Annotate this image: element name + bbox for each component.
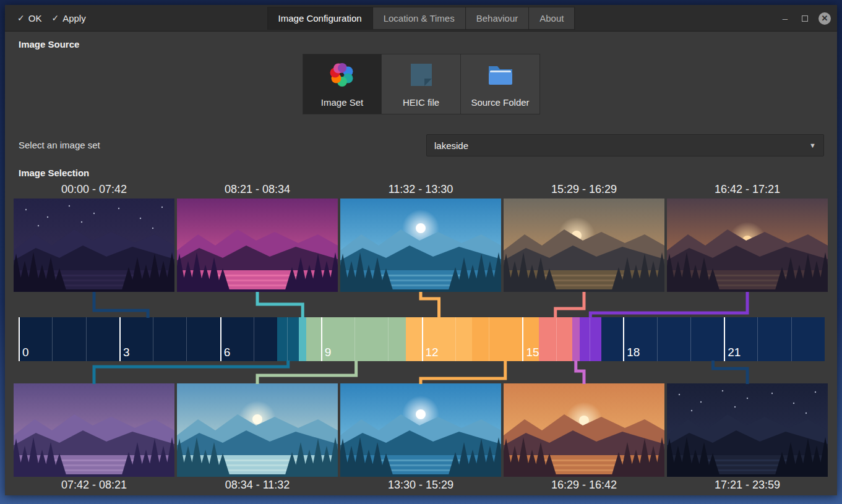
source-type-options: Image Set HEIC file Source Folder <box>303 54 540 114</box>
time-range-label: 16:42 - 17:21 <box>667 183 828 196</box>
segment-connector <box>556 292 584 318</box>
image-set-flower-icon <box>327 60 357 90</box>
source-folder-button[interactable]: Source Folder <box>461 54 540 114</box>
folder-icon <box>486 60 515 90</box>
hour-separator <box>354 317 355 361</box>
titlebar: ✓ OK ✓ Apply Image Configuration Locatio… <box>5 5 837 32</box>
timeline-segment <box>406 317 472 361</box>
tab-bar: Image Configuration Location & Times Beh… <box>267 7 575 30</box>
tab-image-configuration[interactable]: Image Configuration <box>267 7 373 30</box>
hour-tick <box>19 317 20 361</box>
hour-separator <box>455 317 456 361</box>
hour-separator <box>556 317 557 361</box>
hour-tick <box>422 317 423 361</box>
time-range-label: 00:00 - 07:42 <box>14 183 174 196</box>
image-set-label: Image Set <box>321 97 363 108</box>
wallpaper-thumbnail[interactable] <box>14 383 174 477</box>
segment-connector <box>94 361 288 384</box>
hour-separator <box>287 317 288 361</box>
hour-separator <box>757 317 758 361</box>
image-set-button[interactable]: Image Set <box>303 54 382 114</box>
segment-connector <box>713 361 747 384</box>
segment-connector <box>257 361 356 384</box>
time-range-label: 15:29 - 16:29 <box>504 183 664 196</box>
time-range-label: 08:21 - 08:34 <box>177 183 338 196</box>
hour-tick <box>623 317 624 361</box>
wallpaper-thumbnail[interactable] <box>340 383 501 477</box>
hour-separator <box>86 317 87 361</box>
hour-tick <box>724 317 725 361</box>
time-range-label: 11:32 - 13:30 <box>340 183 501 196</box>
time-range-label: 16:29 - 16:42 <box>504 479 664 492</box>
hour-tick-label: 9 <box>325 346 332 359</box>
heic-file-button[interactable]: HEIC file <box>382 54 461 114</box>
select-image-set-label: Select an image set <box>19 140 100 150</box>
hour-separator <box>791 317 792 361</box>
hour-separator <box>657 317 658 361</box>
window-controls: – ✕ <box>779 5 831 32</box>
apply-button-label: Apply <box>62 13 86 23</box>
segment-connector <box>257 292 303 318</box>
hour-separator <box>590 317 590 361</box>
maximize-icon[interactable] <box>799 12 811 25</box>
wallpaper-thumbnail[interactable] <box>340 199 501 292</box>
ok-button[interactable]: ✓ OK <box>12 9 46 27</box>
image-selection-heading: Image Selection <box>19 168 89 178</box>
timeline-bar: 036912151821 <box>19 317 825 361</box>
wallpaper-thumbnail[interactable] <box>504 383 664 477</box>
timeline-segment <box>299 317 306 361</box>
check-icon: ✓ <box>51 13 59 23</box>
hour-separator <box>153 317 153 361</box>
wallpaper-thumbnail[interactable] <box>177 199 338 292</box>
source-folder-label: Source Folder <box>471 97 529 108</box>
tab-location-times[interactable]: Location & Times <box>373 7 466 30</box>
check-icon: ✓ <box>17 13 25 23</box>
segment-connector <box>421 292 439 318</box>
wallpaper-thumbnail[interactable] <box>177 383 338 477</box>
segment-connector <box>421 361 505 384</box>
hour-tick-label: 12 <box>426 346 439 359</box>
timeline-segment <box>277 317 299 361</box>
hour-separator <box>52 317 53 361</box>
heic-file-icon <box>406 60 436 90</box>
hour-tick-label: 3 <box>123 346 130 359</box>
ok-button-label: OK <box>28 13 42 23</box>
close-icon[interactable]: ✕ <box>818 12 831 25</box>
timeline-segment <box>572 317 580 361</box>
apply-button[interactable]: ✓ Apply <box>46 9 90 27</box>
hour-tick-label: 21 <box>728 346 741 359</box>
wallpaper-thumbnail[interactable] <box>14 199 174 292</box>
image-set-dropdown-value: lakeside <box>434 140 468 151</box>
hour-separator <box>690 317 691 361</box>
app-window: ✓ OK ✓ Apply Image Configuration Locatio… <box>5 5 837 495</box>
minimize-icon[interactable]: – <box>779 12 791 25</box>
hour-tick-label: 18 <box>627 346 640 359</box>
hour-separator <box>254 317 254 361</box>
image-set-dropdown[interactable]: lakeside ▼ <box>426 134 824 156</box>
hour-tick-label: 0 <box>22 346 29 359</box>
hour-tick <box>220 317 221 361</box>
wallpaper-thumbnail[interactable] <box>667 199 828 292</box>
hour-separator <box>489 317 489 361</box>
time-range-label: 07:42 - 08:21 <box>14 479 174 492</box>
time-range-label: 17:21 - 23:59 <box>667 479 828 492</box>
hour-tick <box>522 317 523 361</box>
chevron-down-icon: ▼ <box>809 142 816 149</box>
timeline-segment <box>580 317 601 361</box>
hour-tick-label: 6 <box>224 346 231 359</box>
segment-connector <box>576 361 584 384</box>
hour-separator <box>186 317 187 361</box>
time-range-label: 13:30 - 15:29 <box>340 479 501 492</box>
wallpaper-thumbnail[interactable] <box>504 199 664 292</box>
heic-file-label: HEIC file <box>403 97 439 108</box>
wallpaper-thumbnail[interactable] <box>667 383 828 477</box>
hour-separator <box>388 317 389 361</box>
tab-behaviour[interactable]: Behaviour <box>466 7 530 30</box>
hour-tick <box>119 317 121 361</box>
hour-tick-label: 15 <box>526 346 539 359</box>
segment-connector <box>590 292 747 318</box>
timeline-segment <box>19 317 277 361</box>
segment-connector <box>94 292 148 318</box>
image-source-heading: Image Source <box>19 39 79 49</box>
tab-about[interactable]: About <box>529 7 575 30</box>
